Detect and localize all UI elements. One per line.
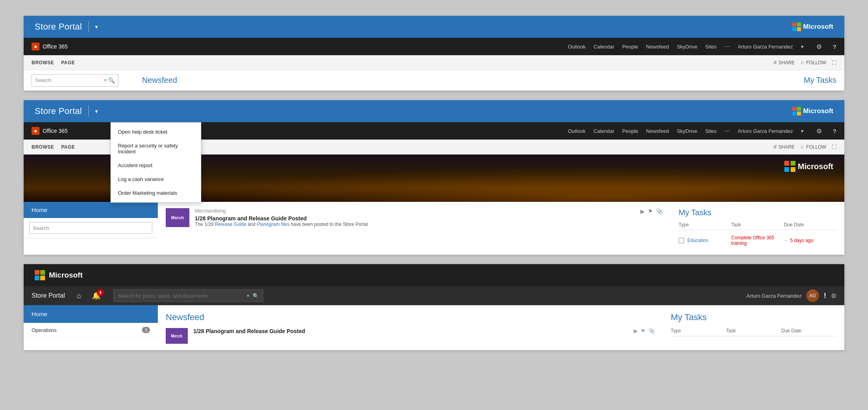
panel1-user-name[interactable]: Arturo Garza Fernandez: [738, 44, 793, 50]
panel3-bell-badge: 4: [97, 289, 104, 296]
panel3-search-icon[interactable]: 🔍: [253, 293, 259, 299]
nav-people[interactable]: People: [622, 44, 638, 50]
search-chevron-icon[interactable]: [104, 78, 107, 83]
panel2-search-box[interactable]: Search: [29, 222, 152, 234]
panel3-search-box[interactable]: 🔍: [113, 289, 263, 302]
panel1-follow-btn[interactable]: FOLLOW: [800, 60, 826, 65]
panel2-divider: [88, 106, 89, 117]
panel2-browse-btn[interactable]: BROWSE: [32, 144, 54, 150]
ms-sq-green: [797, 22, 801, 26]
panel1-search-icon[interactable]: 🔍: [108, 77, 115, 84]
panel2-share-btn[interactable]: SHARE: [773, 144, 795, 150]
panel3-home-btn[interactable]: Home: [24, 305, 158, 323]
panel2-ms-logo-icon: [792, 107, 801, 116]
panel2-dropdown-menu: Open help desk ticket Report a security …: [110, 122, 201, 203]
panel2-col-task: Task: [731, 222, 784, 227]
panel2-home-btn[interactable]: Home: [24, 202, 158, 218]
panel1-expand-icon[interactable]: [832, 60, 836, 65]
panel2-search-placeholder: Search: [33, 225, 149, 231]
panel3-news-item: Merch 1/28 Planogram and Release Guide P…: [166, 328, 655, 344]
panel2-page-btn[interactable]: PAGE: [61, 144, 75, 150]
panel2-news-clip-icon[interactable]: [656, 208, 663, 214]
panel2-user-name[interactable]: Arturo Garza Fernandez: [738, 128, 793, 134]
panel2-title: Store Portal: [35, 106, 82, 116]
panel2-o365-icon: ■: [32, 127, 39, 135]
panel2-browse-actions: SHARE FOLLOW: [773, 144, 836, 150]
panel2-follow-btn[interactable]: FOLLOW: [800, 144, 826, 150]
panel3-news-title[interactable]: 1/28 Planogram and Release Guide Posted: [193, 328, 628, 334]
dropdown-help-desk[interactable]: Open help desk ticket: [111, 125, 201, 139]
panel2-task-type: Education: [679, 238, 731, 243]
panel2-o365-label: Office 365: [43, 128, 68, 134]
panel3-gear-icon[interactable]: [831, 292, 836, 300]
panel2-dropdown-toggle[interactable]: [95, 108, 98, 114]
panel2-release-guide-link[interactable]: Release Guide: [215, 222, 246, 227]
panel2-nav-skydrive[interactable]: SkyDrive: [677, 128, 697, 134]
panel3-search-input[interactable]: [118, 293, 244, 299]
panel2-news-flag-icon[interactable]: [648, 208, 653, 214]
nav-newsfeed[interactable]: Newsfeed: [646, 44, 669, 50]
panel2-tasks-title: My Tasks: [679, 208, 836, 217]
panel1-help-icon[interactable]: [833, 43, 836, 50]
dropdown-accident[interactable]: Accident report: [111, 158, 201, 172]
panel2-ms-label: Microsoft: [803, 107, 834, 115]
panel1-page-btn[interactable]: PAGE: [61, 60, 75, 65]
panel1-o365-bar: ■ Office 365 Outlook Calendar People New…: [24, 38, 844, 55]
panel3-bell[interactable]: 4: [92, 291, 101, 300]
panel3-avatar: AG: [806, 289, 819, 302]
ms-logo-icon: [792, 22, 801, 31]
panel3-alert-icon[interactable]: [824, 292, 826, 300]
panel2-expand-icon[interactable]: [832, 144, 836, 150]
panel2-nav-people[interactable]: People: [622, 128, 638, 134]
panel3-news-play-icon[interactable]: [634, 328, 638, 334]
panel1-search-box[interactable]: Search 🔍: [32, 74, 118, 87]
panel2-nav-calendar[interactable]: Calendar: [593, 128, 614, 134]
panel3-news-body: 1/28 Planogram and Release Guide Posted: [193, 328, 628, 334]
panel2-nav-newsfeed[interactable]: Newsfeed: [646, 128, 669, 134]
panel3-ops-label: Operations: [32, 327, 57, 333]
panel3-newsfeed: Newsfeed Merch 1/28 Planogram and Releas…: [166, 312, 655, 344]
panel1-browse-btn[interactable]: BROWSE: [32, 60, 54, 65]
panel2-news-actions: [640, 208, 663, 214]
panel2-tasks-header: Type Task Due Date: [679, 222, 836, 230]
panel3-news-clip-icon[interactable]: [649, 328, 655, 334]
panel2-user-chevron[interactable]: [801, 128, 804, 134]
nav-sites[interactable]: Sites: [705, 44, 716, 50]
panel1-newsfeed-tab[interactable]: Newsfeed: [142, 76, 177, 85]
panel2-o365-nav: Outlook Calendar People Newsfeed SkyDriv…: [568, 127, 837, 135]
dropdown-marketing[interactable]: Order Marketing materials: [111, 186, 201, 200]
panel2-task-checkbox[interactable]: [679, 238, 684, 243]
nav-outlook[interactable]: Outlook: [568, 44, 586, 50]
panel3-home-icon[interactable]: [77, 292, 81, 300]
panel1-tasks-tab[interactable]: My Tasks: [804, 76, 836, 85]
panel1-browse-actions: SHARE FOLLOW: [773, 60, 836, 65]
panel3-user-name: Arturo Garza Fernandez: [746, 293, 802, 299]
nav-more-dots[interactable]: ···: [724, 43, 730, 50]
panel2-news-play-icon[interactable]: [640, 208, 645, 214]
panel3-ops-item[interactable]: Operations 3: [24, 323, 158, 337]
panel1-share-btn[interactable]: SHARE: [773, 60, 795, 65]
panel2-help-icon[interactable]: [833, 128, 836, 134]
panel2-nav-more[interactable]: ···: [724, 127, 730, 134]
panel2-planogram-link[interactable]: Planogram files: [257, 222, 290, 227]
nav-calendar[interactable]: Calendar: [593, 44, 614, 50]
panel2-news-title[interactable]: 1/28 Planogram and Release Guide Posted: [195, 215, 635, 222]
panel1-settings-icon[interactable]: [816, 43, 822, 50]
panel2-task-name[interactable]: Complete Office 365 training: [731, 235, 784, 246]
dropdown-security[interactable]: Report a security or safety incident: [111, 139, 201, 158]
panel3-sidebar: Home Operations 3: [24, 305, 158, 350]
panel2-settings-icon[interactable]: [816, 127, 822, 135]
user-dropdown-icon[interactable]: [801, 44, 804, 50]
panel3-search-chevron[interactable]: [247, 293, 249, 298]
panel3-user-area: Arturo Garza Fernandez AG: [746, 289, 836, 302]
panel2-banner-ms-logo: Microsoft: [784, 161, 833, 172]
ms-sq-blue: [792, 27, 796, 31]
panel2-nav-outlook[interactable]: Outlook: [568, 128, 586, 134]
panel1-dropdown-toggle[interactable]: [95, 24, 98, 30]
nav-skydrive[interactable]: SkyDrive: [677, 44, 697, 50]
panel2-search-row: Search: [24, 218, 158, 238]
panel3-col-type: Type: [671, 328, 726, 334]
panel3-news-flag-icon[interactable]: [641, 328, 645, 334]
panel2-nav-sites[interactable]: Sites: [705, 128, 716, 134]
dropdown-cash[interactable]: Log a cash variance: [111, 172, 201, 186]
